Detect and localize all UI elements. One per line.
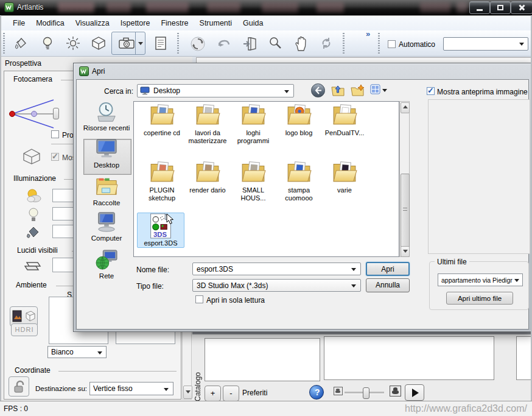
catalog-list-2[interactable] [324,336,494,380]
bianco-dropdown[interactable]: Bianco [47,346,107,358]
mostra-checkbox[interactable]: ✓ [51,153,59,161]
scroll-down-button[interactable] [401,246,410,257]
close-button[interactable] [511,1,532,14]
statusbar: FPS : 0 http://www.grafica2d3d.com/ [0,401,532,416]
catalog-list-3[interactable] [516,336,532,380]
play-button[interactable] [405,384,424,401]
cerca-in-label: Cerca in: [104,87,133,96]
zoom-magnifier-icon[interactable] [264,33,286,54]
menu-visualizza[interactable]: Visualizza [70,16,115,27]
rotate-icon[interactable] [186,33,208,54]
camera-dropdown-arrow[interactable] [138,42,143,45]
tipo-file-label: Tipo file: [136,282,164,291]
file-pendualtv-[interactable]: PenDualTV... [321,103,368,137]
place-risorse-recenti[interactable]: Risorse recenti [82,101,131,132]
preview-checkbox[interactable]: ✓ [427,87,435,95]
new-folder-button[interactable] [351,84,365,97]
object-cube-icon[interactable] [88,33,110,54]
profondita-checkbox[interactable] [51,130,59,138]
sun-icon[interactable] [62,33,84,54]
place-rete[interactable]: Rete [82,249,131,280]
titlebar-artifact [107,2,131,12]
file-lavori-da-masterizzare[interactable]: lavori da masterizzare [184,103,231,145]
catalog-panel: Catalogo + - Preferiti ? [192,332,532,401]
light-bulb-icon[interactable] [27,207,40,223]
catalog-remove-button[interactable]: - [223,386,239,401]
preset-dropdown[interactable] [443,37,528,51]
menu-finestre[interactable]: Finestre [155,16,194,27]
minimize-button[interactable] [469,1,490,14]
back-button[interactable] [311,83,325,97]
destinazione-dropdown[interactable]: Vertice fisso [89,382,173,395]
catalog-list-1[interactable] [205,338,320,381]
ultimi-file-dropdown[interactable]: appartamento via Piedigr [438,273,523,286]
file-label: varie [321,186,368,194]
readonly-label: Apri in sola lettura [206,296,265,305]
tipo-file-combo[interactable]: 3D Studio Max (*.3ds) [192,279,361,292]
desktop-mini-icon [140,86,150,95]
light-bulb-icon[interactable] [37,33,58,54]
file-loghi-programmi[interactable]: loghi programmi [230,103,276,145]
file-esport-3ds[interactable]: 3DSesport.3DS [137,213,184,248]
nome-file-combo[interactable]: esport.3DS [192,263,361,275]
camera-slider-handle[interactable] [53,108,59,119]
undo-icon[interactable] [212,33,234,54]
annulla-button[interactable]: Annulla [366,278,410,292]
readonly-checkbox[interactable] [195,295,203,303]
refresh-icon[interactable] [315,33,337,54]
app-window: Artlantis FileModificaVisualizzaIspettor… [0,0,532,416]
menu-file[interactable]: File [7,16,30,27]
location-combo[interactable]: Desktop [137,84,294,97]
file-logo-blog[interactable]: logo blog [276,103,322,137]
lock-button[interactable] [9,376,29,397]
hdri-button[interactable]: HDRI [11,323,38,336]
apri-ultimo-file-button[interactable]: Apri ultimo file [446,292,513,305]
camera-icon[interactable] [115,33,137,54]
preview-checkbox-label: Mostra anteprima immagine [437,88,528,96]
thumbnail-slider-handle[interactable] [363,387,369,399]
titlebar-artifact [420,2,450,12]
file-varie[interactable]: varie [321,160,368,194]
watermark-url: http://www.grafica2d3d.com/ [405,403,527,414]
layers-icon[interactable] [22,259,43,272]
file-plugin-sketchup[interactable]: PLUGIN sketchup [139,160,185,202]
place-desktop[interactable]: Desktop [82,138,131,169]
menu-guida[interactable]: Guida [237,16,268,27]
place-computer[interactable]: Computer [82,211,131,242]
hdri-label: HDRI [12,326,37,333]
file-label: esport.3DS [138,239,184,247]
toolbar-overflow-chevron[interactable]: » [366,29,370,38]
preferiti-label: Preferiti [242,389,267,397]
toolbar-separator [378,33,380,54]
menu-modifica[interactable]: Modifica [30,16,70,27]
paint-bucket-icon[interactable] [26,225,41,240]
exit-door-icon[interactable] [239,33,261,54]
file-render-dario[interactable]: render dario [184,160,231,194]
apri-button[interactable]: Apri [366,262,410,276]
up-level-button[interactable] [331,84,345,97]
scroll-thumb[interactable] [401,174,410,248]
pan-hand-icon[interactable] [290,33,312,54]
fill-bucket-icon[interactable] [10,33,32,54]
catalog-add-button[interactable]: + [205,386,221,401]
document-icon[interactable] [150,33,172,54]
file-label: PenDualTV... [321,129,368,137]
menu-strumenti[interactable]: Strumenti [194,16,238,27]
file-list-scrollbar[interactable] [399,101,410,257]
views-button[interactable] [370,84,388,97]
file-copertine-cd[interactable]: copertine cd [139,103,185,137]
menu-ispettore[interactable]: Ispettore [115,16,156,27]
place-raccolte[interactable]: Raccolte [82,176,131,206]
place-label: Desktop [82,161,131,169]
file-stampa-cuomooo[interactable]: stampa cuomooo [276,160,322,202]
maximize-button[interactable] [490,1,511,14]
sun-cloud-icon[interactable] [24,188,43,203]
ultimi-file-title: Ultimi file [435,258,469,266]
help-button[interactable]: ? [309,385,324,400]
scroll-up-button[interactable] [401,102,410,113]
automatico-checkbox[interactable] [388,40,396,48]
desktop-monitor-icon [82,138,131,161]
scroll-down-button[interactable] [183,386,192,399]
file-small-hous-[interactable]: SMALL HOUS... [230,160,276,202]
section-coordinate: Coordinate [15,366,51,375]
